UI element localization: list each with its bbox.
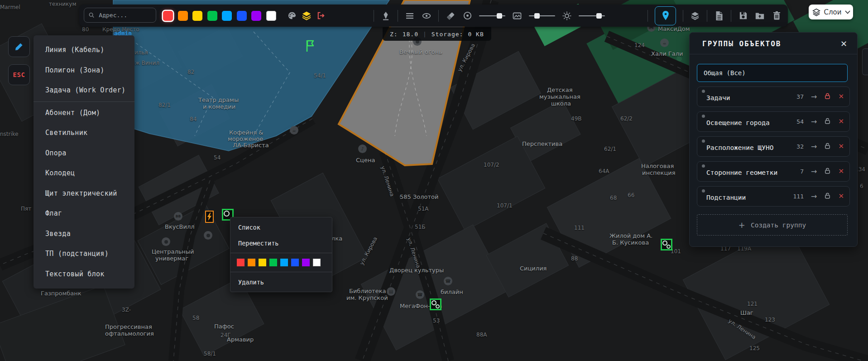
toolbar-color-swatch-0[interactable] bbox=[163, 11, 173, 21]
context-menu-item-top-1[interactable]: Переместить bbox=[230, 235, 332, 251]
context-divider bbox=[230, 272, 332, 272]
document-icon[interactable] bbox=[714, 11, 724, 21]
group-name: Сторонние геометки bbox=[706, 169, 777, 176]
create-menu-item-9[interactable]: Звезда bbox=[34, 224, 134, 244]
goto-group-icon[interactable]: → bbox=[811, 193, 817, 200]
create-menu-item-11[interactable]: Текстовый блок bbox=[34, 264, 134, 284]
toolbar-color-swatch-3[interactable] bbox=[207, 11, 217, 21]
context-color-swatch-0[interactable] bbox=[237, 259, 245, 266]
create-menu-item-5[interactable]: Опора bbox=[34, 143, 134, 164]
eye-icon[interactable] bbox=[422, 11, 432, 21]
palette-icon[interactable] bbox=[287, 11, 297, 21]
unlock-icon[interactable] bbox=[824, 192, 831, 201]
layers-panel-button[interactable]: Слои bbox=[809, 5, 853, 19]
eraser-icon[interactable] bbox=[446, 11, 456, 21]
image-icon[interactable] bbox=[512, 11, 522, 21]
active-group-input[interactable] bbox=[697, 64, 848, 82]
power-marker[interactable] bbox=[205, 211, 214, 223]
map-label: 125 bbox=[749, 345, 760, 351]
toolbar-color-swatch-4[interactable] bbox=[222, 11, 232, 21]
menu-icon[interactable] bbox=[405, 11, 415, 21]
goto-group-icon[interactable]: → bbox=[811, 118, 817, 125]
group-row-0[interactable]: Задачи37→✕ bbox=[697, 87, 850, 107]
layers-tool-icon[interactable] bbox=[690, 11, 700, 21]
map-label: 3Z- bbox=[122, 307, 131, 313]
address-search[interactable] bbox=[84, 8, 156, 23]
toolbar-color-swatch-6[interactable] bbox=[251, 11, 261, 21]
create-menu-item-3[interactable]: Абонент (Дом) bbox=[34, 103, 134, 123]
map-label: инспекция bbox=[642, 169, 676, 176]
create-menu-item-10[interactable]: ТП (подстанция) bbox=[34, 244, 134, 264]
trash-icon[interactable] bbox=[772, 11, 782, 21]
goto-group-icon[interactable]: → bbox=[811, 168, 817, 175]
unlock-icon[interactable] bbox=[824, 117, 831, 126]
create-group-button[interactable]: + Создать группу bbox=[697, 214, 848, 236]
create-menu-item-4[interactable]: Светильник bbox=[34, 123, 134, 143]
context-menu-item-top-0[interactable]: Список bbox=[230, 219, 332, 235]
map-label: 64А bbox=[599, 168, 609, 174]
layer-style-icon[interactable] bbox=[302, 11, 312, 21]
delete-group-icon[interactable]: ✕ bbox=[838, 168, 844, 175]
create-menu-item-7[interactable]: Щит электрический bbox=[34, 183, 134, 204]
opacity-target-icon[interactable] bbox=[462, 11, 472, 21]
delete-group-icon[interactable]: ✕ bbox=[838, 118, 844, 125]
close-icon[interactable]: ✕ bbox=[840, 40, 847, 48]
map-label: 51Б bbox=[415, 224, 426, 230]
map-label: 68 bbox=[610, 195, 617, 201]
toolbar-color-swatch-7[interactable] bbox=[266, 11, 276, 21]
toolbar-color-swatch-2[interactable] bbox=[192, 11, 202, 21]
create-menu-item-0[interactable]: Линия (Кабель) bbox=[34, 40, 134, 60]
map-application: Вечный огоньСценаВкусВиллДворец культуры… bbox=[0, 0, 868, 361]
group-row-4[interactable]: Подстанции111→✕ bbox=[697, 186, 850, 207]
group-row-3[interactable]: Сторонние геометки7→✕ bbox=[697, 161, 850, 182]
edit-tool-button[interactable] bbox=[8, 36, 30, 57]
pin-tool-button[interactable] bbox=[655, 6, 676, 25]
goto-group-icon[interactable]: → bbox=[811, 143, 817, 150]
brightness-slider[interactable] bbox=[579, 13, 605, 19]
create-menu-item-8[interactable]: Флаг bbox=[34, 203, 134, 224]
delete-group-icon[interactable]: ✕ bbox=[838, 143, 844, 150]
context-menu-item-bottom-0[interactable]: Удалить bbox=[230, 274, 332, 290]
create-menu-item-6[interactable]: Колодец bbox=[34, 163, 134, 183]
toolbar-color-swatch-1[interactable] bbox=[178, 11, 188, 21]
goto-group-icon[interactable]: → bbox=[811, 93, 817, 101]
group-row-1[interactable]: Освещение города54→✕ bbox=[697, 111, 850, 132]
context-color-swatch-6[interactable] bbox=[302, 259, 310, 266]
group-name: Освещение города bbox=[706, 119, 770, 126]
stamp-tool-icon[interactable] bbox=[381, 11, 391, 21]
context-color-swatch-1[interactable] bbox=[248, 259, 255, 266]
exit-icon[interactable] bbox=[316, 11, 326, 21]
delete-group-icon[interactable]: ✕ bbox=[838, 93, 844, 100]
camera-marker[interactable] bbox=[661, 239, 672, 250]
lock-icon[interactable] bbox=[824, 92, 831, 101]
escape-button[interactable]: ESC bbox=[8, 64, 30, 85]
unlock-icon[interactable] bbox=[824, 167, 831, 176]
create-menu-item-1[interactable]: Полигон (Зона) bbox=[34, 60, 134, 81]
delete-group-icon[interactable]: ✕ bbox=[838, 193, 844, 200]
folder-upload-icon[interactable] bbox=[755, 11, 765, 21]
unlock-icon[interactable] bbox=[824, 142, 831, 151]
map-label: музыкальная bbox=[539, 93, 580, 100]
map-label: ЛА-Бариста bbox=[233, 142, 269, 149]
context-color-swatch-7[interactable] bbox=[313, 259, 321, 266]
map-label: илья bbox=[134, 49, 148, 56]
right-edge-tab[interactable] bbox=[862, 48, 868, 75]
group-row-2[interactable]: Расположение ЩУНО32→✕ bbox=[697, 136, 850, 157]
map-label: 124 bbox=[634, 42, 645, 48]
context-color-swatch-5[interactable] bbox=[291, 259, 299, 266]
context-color-swatch-2[interactable] bbox=[259, 259, 266, 266]
map-label: Б. Кусикова bbox=[612, 239, 649, 246]
brightness-sun-icon[interactable] bbox=[562, 11, 572, 21]
map-label: Шаг bbox=[740, 309, 753, 316]
toolbar-color-swatch-5[interactable] bbox=[237, 11, 247, 21]
camera-marker[interactable] bbox=[430, 298, 441, 310]
flag-marker[interactable] bbox=[304, 39, 316, 54]
save-icon[interactable] bbox=[738, 11, 748, 21]
address-search-input[interactable] bbox=[98, 11, 151, 19]
background-slider[interactable] bbox=[529, 13, 555, 19]
opacity-slider[interactable] bbox=[479, 13, 505, 19]
create-menu-item-2[interactable]: Задача (Work Order) bbox=[34, 80, 134, 101]
context-color-swatch-4[interactable] bbox=[280, 259, 288, 266]
group-count: 7 bbox=[800, 168, 804, 175]
context-color-swatch-3[interactable] bbox=[269, 259, 277, 266]
